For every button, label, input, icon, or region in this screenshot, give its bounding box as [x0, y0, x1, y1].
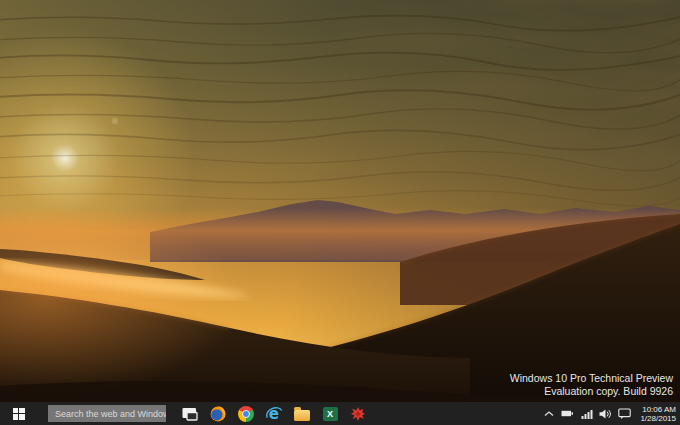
network-signal-icon[interactable] [580, 407, 593, 420]
battery-icon[interactable] [561, 407, 574, 420]
search-input[interactable] [48, 405, 166, 422]
firefox-taskbar-button[interactable] [206, 402, 230, 425]
red-app-icon [351, 407, 365, 421]
taskbar-search [48, 405, 166, 422]
hidden-icons-chevron-icon[interactable] [542, 407, 555, 420]
action-center-icon[interactable] [618, 407, 631, 420]
internet-explorer-taskbar-button[interactable]: e [262, 402, 286, 425]
task-view-button[interactable] [178, 402, 202, 425]
desktop[interactable]: Windows 10 Pro Technical Preview Evaluat… [0, 0, 680, 425]
os-watermark: Windows 10 Pro Technical Preview Evaluat… [510, 372, 673, 398]
internet-explorer-icon: e [265, 405, 284, 423]
red-app-taskbar-button[interactable] [346, 402, 370, 425]
windows-logo-icon [13, 408, 25, 420]
chrome-taskbar-button[interactable] [234, 402, 258, 425]
watermark-line1: Windows 10 Pro Technical Preview [510, 372, 673, 385]
clock-time: 10:06 AM [640, 405, 676, 414]
wallpaper-art [0, 0, 680, 425]
chrome-icon [238, 406, 254, 422]
pinned-apps: e X [178, 402, 370, 425]
taskbar-clock[interactable]: 10:06 AM 1/28/2015 [637, 405, 676, 423]
taskbar: e X [0, 402, 680, 425]
task-view-icon [181, 406, 199, 422]
start-button[interactable] [0, 402, 37, 425]
file-explorer-taskbar-button[interactable] [290, 402, 314, 425]
file-explorer-icon [294, 410, 310, 421]
wallpaper [0, 0, 680, 425]
excel-icon: X [323, 407, 338, 421]
firefox-icon [209, 405, 227, 423]
system-tray: 10:06 AM 1/28/2015 [542, 405, 680, 423]
clock-date: 1/28/2015 [640, 414, 676, 423]
volume-icon[interactable] [599, 407, 612, 420]
excel-taskbar-button[interactable]: X [318, 402, 342, 425]
watermark-line2: Evaluation copy. Build 9926 [510, 385, 673, 398]
